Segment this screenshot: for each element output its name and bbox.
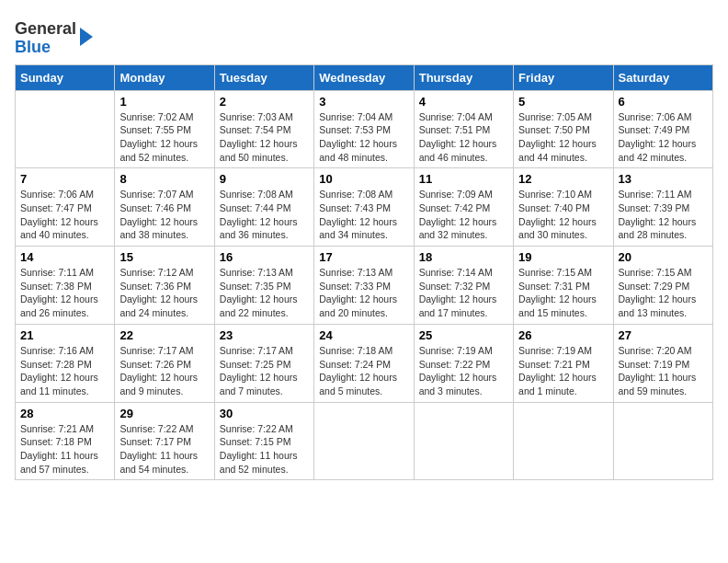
sun-info: Sunrise: 7:15 AMSunset: 7:29 PMDaylight:… [619,266,708,320]
sun-info: Sunrise: 7:22 AMSunset: 7:17 PMDaylight:… [119,422,209,477]
col-header-saturday: Saturday [613,64,712,90]
calendar-cell [314,402,414,480]
day-number: 4 [419,95,508,109]
day-number: 7 [20,172,109,186]
calendar-header-row: SundayMondayTuesdayWednesdayThursdayFrid… [16,64,713,90]
day-number: 12 [518,172,608,186]
day-number: 5 [518,95,608,109]
day-number: 2 [220,95,309,109]
calendar-cell: 16Sunrise: 7:13 AMSunset: 7:35 PMDayligh… [214,247,313,325]
calendar-cell: 8Sunrise: 7:07 AMSunset: 7:46 PMDaylight… [115,168,214,247]
sun-info: Sunrise: 7:04 AMSunset: 7:51 PMDaylight:… [419,110,508,165]
day-number: 3 [319,95,408,109]
calendar-cell: 9Sunrise: 7:08 AMSunset: 7:44 PMDaylight… [214,168,313,247]
sun-info: Sunrise: 7:20 AMSunset: 7:19 PMDaylight:… [619,344,708,398]
day-number: 11 [419,172,508,186]
sun-info: Sunrise: 7:15 AMSunset: 7:31 PMDaylight:… [518,266,608,320]
calendar-cell: 7Sunrise: 7:06 AMSunset: 7:47 PMDaylight… [16,168,115,247]
day-number: 16 [220,250,309,264]
logo: General Blue [15,20,93,57]
sun-info: Sunrise: 7:03 AMSunset: 7:54 PMDaylight:… [220,110,309,165]
day-number: 23 [220,328,309,342]
calendar-cell: 20Sunrise: 7:15 AMSunset: 7:29 PMDayligh… [613,247,712,325]
logo-general: General [15,19,76,38]
calendar-cell [514,402,613,480]
calendar-cell: 22Sunrise: 7:17 AMSunset: 7:26 PMDayligh… [115,324,214,402]
calendar-cell: 21Sunrise: 7:16 AMSunset: 7:28 PMDayligh… [16,324,115,402]
day-number: 20 [619,250,708,264]
sun-info: Sunrise: 7:11 AMSunset: 7:38 PMDaylight:… [20,266,109,320]
calendar-week-row: 7Sunrise: 7:06 AMSunset: 7:47 PMDaylight… [16,168,713,247]
day-number: 27 [619,328,708,342]
calendar-cell: 5Sunrise: 7:05 AMSunset: 7:50 PMDaylight… [514,90,613,168]
col-header-sunday: Sunday [16,64,115,90]
sun-info: Sunrise: 7:17 AMSunset: 7:26 PMDaylight:… [119,344,209,398]
calendar-cell: 2Sunrise: 7:03 AMSunset: 7:54 PMDaylight… [214,90,313,168]
calendar-cell: 11Sunrise: 7:09 AMSunset: 7:42 PMDayligh… [414,168,513,247]
calendar-week-row: 1Sunrise: 7:02 AMSunset: 7:55 PMDaylight… [16,90,713,168]
day-number: 9 [220,172,309,186]
sun-info: Sunrise: 7:04 AMSunset: 7:53 PMDaylight:… [319,110,408,165]
sun-info: Sunrise: 7:09 AMSunset: 7:42 PMDaylight:… [419,188,508,242]
sun-info: Sunrise: 7:14 AMSunset: 7:32 PMDaylight:… [419,266,508,320]
calendar-cell: 13Sunrise: 7:11 AMSunset: 7:39 PMDayligh… [613,168,712,247]
sun-info: Sunrise: 7:12 AMSunset: 7:36 PMDaylight:… [119,266,209,320]
calendar-cell: 25Sunrise: 7:19 AMSunset: 7:22 PMDayligh… [414,324,513,402]
calendar-cell: 1Sunrise: 7:02 AMSunset: 7:55 PMDaylight… [115,90,214,168]
day-number: 1 [119,95,209,109]
calendar-cell: 10Sunrise: 7:08 AMSunset: 7:43 PMDayligh… [314,168,414,247]
sun-info: Sunrise: 7:19 AMSunset: 7:22 PMDaylight:… [419,344,508,398]
calendar-cell: 24Sunrise: 7:18 AMSunset: 7:24 PMDayligh… [314,324,414,402]
calendar-cell: 18Sunrise: 7:14 AMSunset: 7:32 PMDayligh… [414,247,513,325]
col-header-tuesday: Tuesday [214,64,313,90]
calendar-cell: 28Sunrise: 7:21 AMSunset: 7:18 PMDayligh… [16,402,115,480]
sun-info: Sunrise: 7:08 AMSunset: 7:43 PMDaylight:… [319,188,408,242]
calendar-cell [414,402,513,480]
day-number: 15 [119,250,209,264]
sun-info: Sunrise: 7:02 AMSunset: 7:55 PMDaylight:… [119,110,209,165]
calendar-cell: 19Sunrise: 7:15 AMSunset: 7:31 PMDayligh… [514,247,613,325]
calendar-table: SundayMondayTuesdayWednesdayThursdayFrid… [15,64,713,481]
sun-info: Sunrise: 7:13 AMSunset: 7:35 PMDaylight:… [220,266,309,320]
sun-info: Sunrise: 7:05 AMSunset: 7:50 PMDaylight:… [518,110,608,165]
calendar-cell: 4Sunrise: 7:04 AMSunset: 7:51 PMDaylight… [414,90,513,168]
calendar-body: 1Sunrise: 7:02 AMSunset: 7:55 PMDaylight… [16,90,713,480]
day-number: 19 [518,250,608,264]
day-number: 24 [319,328,408,342]
sun-info: Sunrise: 7:17 AMSunset: 7:25 PMDaylight:… [220,344,309,398]
logo-arrow-icon [80,28,93,46]
sun-info: Sunrise: 7:06 AMSunset: 7:47 PMDaylight:… [20,188,109,242]
day-number: 22 [119,328,209,342]
sun-info: Sunrise: 7:22 AMSunset: 7:15 PMDaylight:… [220,422,309,477]
calendar-cell: 15Sunrise: 7:12 AMSunset: 7:36 PMDayligh… [115,247,214,325]
calendar-cell: 26Sunrise: 7:19 AMSunset: 7:21 PMDayligh… [514,324,613,402]
calendar-cell [613,402,712,480]
logo-blue: Blue [15,38,51,56]
calendar-week-row: 14Sunrise: 7:11 AMSunset: 7:38 PMDayligh… [16,247,713,325]
day-number: 29 [119,407,209,420]
col-header-thursday: Thursday [414,64,513,90]
day-number: 21 [20,328,109,342]
sun-info: Sunrise: 7:18 AMSunset: 7:24 PMDaylight:… [319,344,408,398]
sun-info: Sunrise: 7:21 AMSunset: 7:18 PMDaylight:… [20,422,109,477]
day-number: 26 [518,328,608,342]
day-number: 28 [20,407,109,420]
logo-text: General Blue [15,20,76,57]
calendar-cell: 14Sunrise: 7:11 AMSunset: 7:38 PMDayligh… [16,247,115,325]
sun-info: Sunrise: 7:13 AMSunset: 7:33 PMDaylight:… [319,266,408,320]
col-header-wednesday: Wednesday [314,64,414,90]
day-number: 10 [319,172,408,186]
sun-info: Sunrise: 7:16 AMSunset: 7:28 PMDaylight:… [20,344,109,398]
calendar-cell: 3Sunrise: 7:04 AMSunset: 7:53 PMDaylight… [314,90,414,168]
col-header-friday: Friday [514,64,613,90]
calendar-cell: 29Sunrise: 7:22 AMSunset: 7:17 PMDayligh… [115,402,214,480]
sun-info: Sunrise: 7:11 AMSunset: 7:39 PMDaylight:… [619,188,708,242]
sun-info: Sunrise: 7:08 AMSunset: 7:44 PMDaylight:… [220,188,309,242]
calendar-cell: 30Sunrise: 7:22 AMSunset: 7:15 PMDayligh… [214,402,313,480]
calendar-cell: 23Sunrise: 7:17 AMSunset: 7:25 PMDayligh… [214,324,313,402]
day-number: 25 [419,328,508,342]
calendar-cell: 6Sunrise: 7:06 AMSunset: 7:49 PMDaylight… [613,90,712,168]
day-number: 13 [619,172,708,186]
day-number: 17 [319,250,408,264]
calendar-week-row: 28Sunrise: 7:21 AMSunset: 7:18 PMDayligh… [16,402,713,480]
